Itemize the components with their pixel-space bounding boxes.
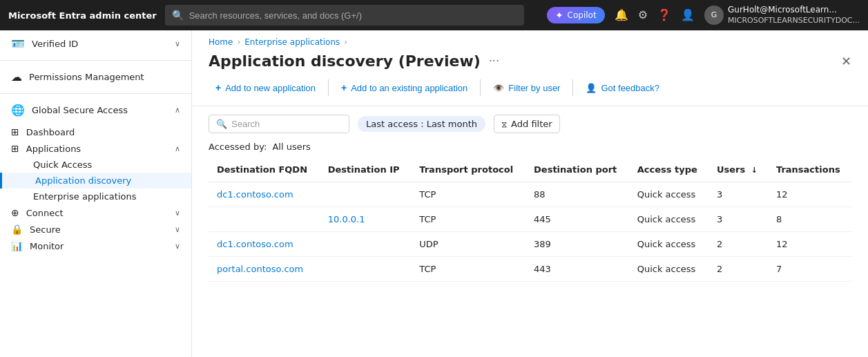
secure-icon: 🔒 — [11, 224, 23, 235]
sidebar-item-global-secure-access[interactable]: 🌐 Global Secure Access ∧ — [0, 97, 191, 124]
cell-port: 445 — [525, 207, 629, 232]
cell-access_type: Quick access — [629, 182, 708, 207]
toolbar-divider-1 — [328, 79, 329, 96]
filter-by-user-button[interactable]: 👁️ Filter by user — [486, 79, 567, 97]
cell-fqdn[interactable]: dc1.contoso.com — [209, 232, 320, 257]
col-transactions: Transactions — [768, 157, 851, 182]
col-fqdn: Destination FQDN — [209, 157, 320, 182]
sidebar-item-secure[interactable]: 🔒 Secure ∨ — [0, 221, 191, 238]
add-new-application-button[interactable]: + Add to new application — [209, 78, 322, 97]
last-access-label: Last access : Last month — [366, 119, 477, 129]
chevron-connect: ∨ — [175, 209, 180, 218]
feedback-button[interactable]: 👤 Got feedback? — [579, 79, 666, 97]
table-row: dc1.contoso.comUDP389Quick access212 — [209, 232, 851, 257]
cell-ip — [320, 182, 412, 207]
plus-icon: + — [215, 82, 221, 93]
filter-bar: 🔍 Last access : Last month ⧖ Add filter — [192, 106, 868, 142]
permissions-icon: ☁️ — [11, 70, 22, 84]
close-icon[interactable]: ✕ — [841, 54, 851, 68]
chevron-down-icon-apps: ∧ — [175, 144, 180, 153]
cell-protocol: TCP — [411, 207, 525, 232]
add-filter-button[interactable]: ⧖ Add filter — [494, 115, 560, 133]
cell-ip[interactable]: 10.0.0.1 — [320, 207, 412, 232]
sidebar-item-verified-id[interactable]: 🪪 Verified ID ∨ — [0, 30, 191, 57]
sidebar-item-quick-access[interactable]: Quick Access — [0, 157, 191, 173]
breadcrumb-home[interactable]: Home — [209, 37, 233, 47]
cell-fqdn — [209, 207, 320, 232]
copilot-label: Copilot — [568, 10, 597, 20]
cell-transactions: 12 — [768, 182, 851, 207]
dashboard-icon: ⊞ — [11, 126, 19, 137]
cell-port: 389 — [525, 232, 629, 257]
col-ip: Destination IP — [320, 157, 412, 182]
sidebar-item-enterprise-applications[interactable]: Enterprise applications — [0, 189, 191, 204]
settings-icon[interactable]: ⚙️ — [638, 8, 648, 21]
table-container: Destination FQDN Destination IP Transpor… — [192, 157, 868, 357]
sidebar-item-dashboard[interactable]: ⊞ Dashboard — [0, 124, 191, 140]
accessed-by-bar: Accessed by: All users — [192, 142, 868, 157]
cell-users: 2 — [708, 257, 768, 282]
topbar-icons: ✦ Copilot 🔔 ⚙️ ❓ 👤 G GurHolt@MicrosoftLe… — [547, 5, 860, 26]
sidebar-item-monitor[interactable]: 📊 Monitor ∨ — [0, 238, 191, 254]
breadcrumb-enterprise[interactable]: Enterprise applications — [244, 37, 340, 47]
table-row: dc1.contoso.comTCP88Quick access312 — [209, 182, 851, 207]
cell-protocol: TCP — [411, 182, 525, 207]
user-profile[interactable]: G GurHolt@MicrosoftLearn... MICROSOFTLEA… — [704, 5, 860, 26]
global-icon: 🌐 — [11, 104, 25, 117]
copilot-button[interactable]: ✦ Copilot — [547, 7, 605, 23]
breadcrumb-sep-2: › — [344, 37, 347, 47]
sidebar-item-application-discovery[interactable]: Application discovery — [0, 173, 191, 189]
cell-fqdn[interactable]: dc1.contoso.com — [209, 182, 320, 207]
add-existing-application-button[interactable]: + Add to an existing application — [334, 78, 474, 97]
table-row: portal.contoso.comTCP443Quick access27 — [209, 257, 851, 282]
cell-access_type: Quick access — [629, 232, 708, 257]
sidebar-item-permissions[interactable]: ☁️ Permissions Management — [0, 64, 191, 90]
sidebar-item-connect[interactable]: ⊕ Connect ∨ — [0, 204, 191, 221]
more-options-icon[interactable]: ··· — [489, 55, 499, 68]
topbar: Microsoft Entra admin center 🔍 ✦ Copilot… — [0, 0, 868, 30]
toolbar: + Add to new application + Add to an exi… — [192, 78, 868, 106]
filter-label: Filter by user — [508, 83, 560, 93]
cell-access_type: Quick access — [629, 257, 708, 282]
notifications-icon[interactable]: 🔔 — [615, 8, 628, 21]
help-icon[interactable]: ❓ — [657, 8, 671, 21]
cell-ip — [320, 232, 412, 257]
page-header: Application discovery (Preview) ··· ✕ — [192, 50, 868, 78]
accessed-by-value: All users — [272, 142, 310, 152]
connect-icon: ⊕ — [11, 207, 19, 218]
monitor-icon: 📊 — [11, 240, 23, 251]
cell-port: 88 — [525, 182, 629, 207]
main-content: Home › Enterprise applications › Applica… — [192, 30, 868, 357]
avatar: G — [704, 6, 724, 25]
cell-transactions: 8 — [768, 207, 851, 232]
cell-protocol: TCP — [411, 257, 525, 282]
breadcrumb-sep-1: › — [237, 37, 240, 47]
add-filter-label: Add filter — [511, 119, 552, 129]
cell-ip — [320, 257, 412, 282]
search-input[interactable] — [231, 119, 342, 129]
search-box[interactable]: 🔍 — [209, 115, 349, 133]
col-users[interactable]: Users ↓ — [708, 157, 768, 182]
search-icon: 🔍 — [172, 10, 184, 21]
sidebar-item-applications[interactable]: ⊞ Applications ∧ — [0, 140, 191, 157]
chevron-secure: ∨ — [175, 225, 180, 234]
cell-transactions: 7 — [768, 257, 851, 282]
table-row: 10.0.0.1TCP445Quick access38 — [209, 207, 851, 232]
cell-protocol: UDP — [411, 232, 525, 257]
global-search-input[interactable] — [189, 10, 517, 21]
cell-fqdn[interactable]: portal.contoso.com — [209, 257, 320, 282]
col-protocol: Transport protocol — [411, 157, 525, 182]
cell-users: 2 — [708, 232, 768, 257]
people-icon[interactable]: 👤 — [681, 8, 695, 21]
sidebar-divider — [0, 60, 191, 61]
applications-icon: ⊞ — [11, 143, 19, 154]
accessed-by-label: Accessed by: — [209, 142, 267, 152]
filter-funnel-icon: ⧖ — [501, 119, 507, 129]
global-search-box[interactable]: 🔍 — [165, 5, 524, 26]
breadcrumb: Home › Enterprise applications › — [192, 30, 868, 50]
feedback-label: Got feedback? — [601, 83, 659, 93]
filter-icon: 👁️ — [493, 83, 504, 93]
user-text-block: GurHolt@MicrosoftLearn... MICROSOFTLEARN… — [728, 5, 860, 26]
last-access-filter[interactable]: Last access : Last month — [358, 116, 485, 132]
chevron-monitor: ∨ — [175, 242, 180, 251]
